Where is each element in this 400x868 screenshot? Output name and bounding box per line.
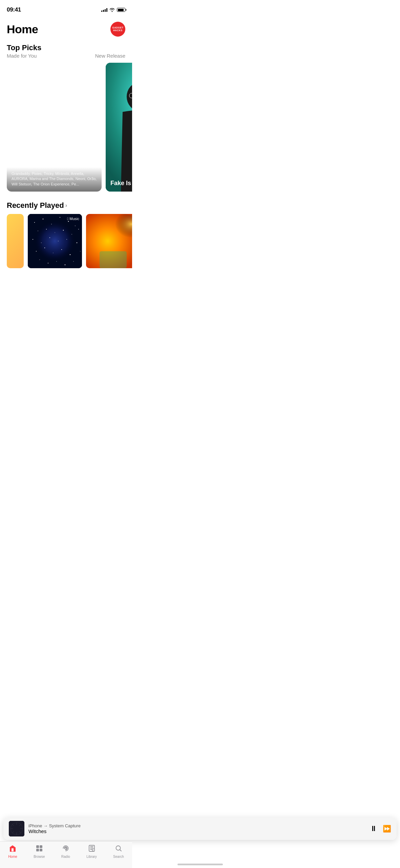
get-up-mix-desc-text: Grandaddy, Pixies, Tricky, Mïrändä, Anne… [12, 171, 97, 187]
svg-point-12 [60, 217, 60, 218]
new-release-text: Fake Is T... [110, 180, 132, 187]
recently-played-title: Recently Played [7, 201, 64, 210]
new-release-title: Fake Is T... [110, 180, 132, 186]
page-title: Home [7, 23, 38, 36]
svg-point-11 [51, 224, 52, 224]
recently-played-chevron-icon[interactable]: › [65, 202, 67, 209]
top-picks-tag: New Release [95, 53, 125, 59]
top-picks-cards[interactable]:  Music Get Up!Mix Grandaddy, Pixies, Tr… [0, 59, 132, 196]
svg-point-33 [39, 259, 40, 260]
apple-logo-icon:  [12, 68, 14, 74]
recent-card-stars[interactable]:  Music [28, 214, 82, 268]
svg-point-34 [48, 263, 48, 263]
avatar[interactable]: GADGET HACKS [110, 22, 125, 37]
avatar-gadget-text: GADGET [112, 26, 124, 29]
status-icons [101, 8, 125, 12]
new-release-person-photo [106, 63, 132, 192]
svg-point-35 [56, 261, 57, 262]
apple-music-logo:  Music [12, 68, 96, 74]
svg-point-27 [36, 251, 37, 252]
svg-point-16 [46, 229, 47, 230]
recent-apple-music-badge:  Music [67, 217, 79, 221]
svg-point-32 [80, 251, 81, 252]
svg-rect-4 [129, 93, 132, 98]
svg-point-9 [34, 222, 35, 223]
recent-card-partial-left[interactable] [7, 214, 24, 268]
top-picks-header: Top Picks [0, 40, 132, 52]
signal-bars-icon [101, 8, 107, 12]
top-picks-title: Top Picks [7, 43, 41, 52]
recently-played-section[interactable]: Recently Played › [0, 196, 132, 210]
recent-apple-logo-icon:  [67, 217, 68, 221]
svg-rect-40 [100, 251, 127, 268]
svg-point-13 [68, 221, 69, 222]
svg-point-26 [77, 242, 77, 243]
svg-point-23 [49, 237, 50, 238]
svg-point-20 [78, 229, 79, 230]
svg-point-19 [71, 234, 72, 234]
svg-point-36 [65, 264, 65, 265]
get-up-mix-description: Grandaddy, Pixies, Tricky, Mïrändä, Anne… [7, 167, 102, 192]
recently-played-cards[interactable]:  Music [0, 210, 132, 268]
svg-point-14 [75, 225, 76, 226]
status-bar: 09:41 [0, 0, 132, 15]
status-time: 09:41 [7, 6, 21, 13]
recent-card-orange[interactable] [86, 214, 132, 268]
svg-point-37 [73, 261, 73, 261]
svg-point-22 [41, 242, 41, 243]
avatar-hacks-text: HACKS [113, 29, 122, 32]
battery-icon [117, 8, 125, 12]
svg-point-29 [53, 253, 53, 253]
svg-point-28 [44, 248, 45, 248]
svg-point-30 [61, 249, 62, 250]
page-header: Home GADGET HACKS [0, 15, 132, 40]
svg-point-25 [66, 239, 67, 240]
svg-point-31 [70, 254, 71, 255]
svg-point-17 [55, 232, 55, 233]
recent-apple-music-text: Music [69, 217, 79, 221]
svg-point-10 [43, 219, 43, 219]
apple-music-label: Music [16, 68, 29, 74]
get-up-mix-card[interactable]:  Music Get Up!Mix Grandaddy, Pixies, Tr… [7, 63, 102, 192]
svg-point-18 [63, 230, 64, 231]
top-picks-subtitle: Made for You [7, 53, 37, 59]
top-picks-subtitle-row: Made for You New Release [0, 53, 132, 59]
svg-point-15 [38, 231, 38, 231]
orange-card-visual [86, 214, 132, 268]
svg-point-24 [58, 241, 59, 241]
wifi-icon [109, 8, 115, 12]
svg-point-8 [35, 221, 75, 261]
svg-point-21 [33, 239, 33, 240]
new-release-card[interactable]: Fake Is T... [106, 63, 132, 192]
stars-visual [28, 214, 82, 268]
